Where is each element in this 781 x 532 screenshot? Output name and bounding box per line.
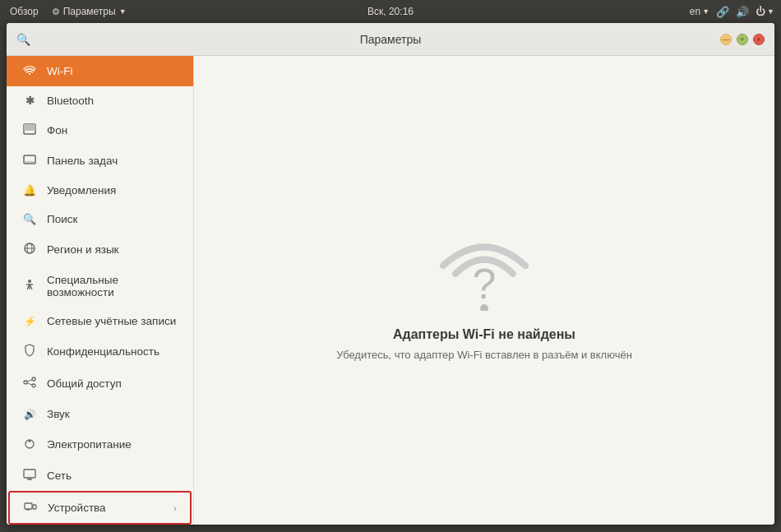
svg-rect-1 bbox=[24, 124, 35, 131]
devices-arrow: › bbox=[173, 503, 177, 513]
devices-icon bbox=[23, 501, 38, 515]
accounts-icon: ⚡ bbox=[22, 316, 37, 327]
sidebar-item-sound[interactable]: 🔊 Звук bbox=[7, 400, 193, 428]
taskbar-icon bbox=[22, 154, 37, 168]
region-icon bbox=[22, 242, 37, 257]
sidebar-item-privacy[interactable]: Конфиденциальность bbox=[7, 335, 193, 368]
wifi-icon bbox=[22, 64, 37, 78]
content-area: Wi-Fi ✱ Bluetooth Фон Панель задач bbox=[7, 56, 774, 525]
topbar-datetime: Вск, 20:16 bbox=[367, 6, 414, 17]
taskbar-label: Панель задач bbox=[47, 155, 180, 167]
overview-button[interactable]: Обзор bbox=[7, 4, 42, 19]
sidebar-item-notifications[interactable]: 🔔 Уведомления bbox=[7, 176, 193, 205]
topbar-right: en▼ 🔗 🔊 ⏻▼ bbox=[690, 6, 774, 18]
accessibility-icon bbox=[22, 279, 37, 294]
settings-menu[interactable]: ⚙ Параметры ▼ bbox=[52, 6, 127, 17]
power-menu[interactable]: ⏻▼ bbox=[756, 6, 774, 17]
svg-rect-18 bbox=[25, 503, 32, 509]
svg-line-12 bbox=[27, 383, 32, 385]
sidebar-item-bluetooth[interactable]: ✱ Bluetooth bbox=[7, 86, 193, 115]
svg-rect-19 bbox=[33, 505, 36, 509]
svg-point-7 bbox=[28, 280, 31, 283]
wifi-missing-title: Адаптеры Wi-Fi не найдены bbox=[393, 327, 575, 342]
svg-text:?: ? bbox=[473, 260, 497, 308]
sidebar-item-sharing[interactable]: Общий доступ bbox=[7, 368, 193, 400]
notifications-icon: 🔔 bbox=[22, 184, 37, 197]
bluetooth-icon: ✱ bbox=[22, 95, 37, 107]
wifi-label: Wi-Fi bbox=[47, 65, 180, 77]
svg-point-8 bbox=[32, 377, 35, 381]
sidebar-item-search[interactable]: 🔍 Поиск bbox=[7, 205, 193, 234]
sidebar-item-network[interactable]: Сеть bbox=[7, 460, 193, 491]
close-button[interactable]: × bbox=[753, 34, 765, 45]
sidebar-item-taskbar[interactable]: Панель задач bbox=[7, 146, 193, 176]
wifi-missing-graphic: ? bbox=[435, 220, 534, 314]
network-icon: 🔗 bbox=[716, 6, 729, 18]
background-icon bbox=[22, 123, 37, 137]
privacy-label: Конфиденциальность bbox=[47, 345, 180, 358]
sharing-label: Общий доступ bbox=[47, 377, 180, 390]
search-sidebar-icon: 🔍 bbox=[22, 213, 37, 225]
svg-rect-15 bbox=[24, 470, 35, 478]
topbar: Обзор ⚙ Параметры ▼ Вск, 20:16 en▼ 🔗 🔊 ⏻… bbox=[0, 0, 781, 23]
settings-window: 🔍 Параметры — + × Wi-Fi bbox=[7, 23, 774, 525]
svg-line-11 bbox=[27, 380, 32, 382]
devices-label: Устройства bbox=[48, 502, 164, 514]
power-label: Электропитание bbox=[47, 438, 180, 451]
region-label: Регион и язык bbox=[47, 243, 180, 256]
svg-point-10 bbox=[32, 384, 35, 387]
power-icon bbox=[22, 437, 37, 452]
bluetooth-label: Bluetooth bbox=[47, 95, 180, 107]
search-area: 🔍 bbox=[16, 33, 30, 46]
sidebar-item-background[interactable]: Фон bbox=[7, 115, 193, 146]
search-label: Поиск bbox=[47, 213, 180, 225]
sidebar-item-accounts[interactable]: ⚡ Сетевые учётные записи bbox=[7, 307, 193, 335]
sidebar-item-devices[interactable]: Устройства › bbox=[8, 491, 192, 525]
svg-point-9 bbox=[24, 381, 27, 384]
background-label: Фон bbox=[47, 124, 180, 136]
window-header: 🔍 Параметры — + × bbox=[7, 23, 774, 56]
window-controls: — + × bbox=[720, 34, 765, 45]
privacy-icon bbox=[22, 344, 37, 359]
main-panel: ? Адаптеры Wi-Fi не найдены Убедитесь, ч… bbox=[194, 56, 774, 525]
accounts-label: Сетевые учётные записи bbox=[47, 315, 180, 327]
sidebar: Wi-Fi ✱ Bluetooth Фон Панель задач bbox=[7, 56, 194, 525]
lang-indicator[interactable]: en▼ bbox=[690, 6, 709, 17]
window-title: Параметры bbox=[360, 33, 422, 46]
sidebar-item-power[interactable]: Электропитание bbox=[7, 428, 193, 460]
accessibility-label: Специальные возможности bbox=[47, 274, 180, 298]
wifi-missing-desc: Убедитесь, что адаптер Wi-Fi вставлен в … bbox=[336, 349, 632, 361]
notifications-label: Уведомления bbox=[47, 184, 180, 197]
sidebar-item-wifi[interactable]: Wi-Fi bbox=[7, 56, 193, 86]
topbar-left: Обзор ⚙ Параметры ▼ bbox=[7, 4, 127, 19]
minimize-button[interactable]: — bbox=[720, 34, 732, 45]
sidebar-item-accessibility[interactable]: Специальные возможности bbox=[7, 266, 193, 307]
sound-label: Звук bbox=[47, 408, 180, 420]
sharing-icon bbox=[22, 376, 37, 391]
svg-rect-3 bbox=[24, 161, 35, 164]
search-icon: 🔍 bbox=[16, 33, 30, 46]
network-label: Сеть bbox=[47, 470, 180, 482]
volume-icon: 🔊 bbox=[736, 6, 749, 18]
maximize-button[interactable]: + bbox=[737, 34, 748, 45]
network-sidebar-icon bbox=[22, 469, 37, 483]
sound-icon: 🔊 bbox=[22, 409, 37, 420]
sidebar-item-region[interactable]: Регион и язык bbox=[7, 234, 193, 266]
